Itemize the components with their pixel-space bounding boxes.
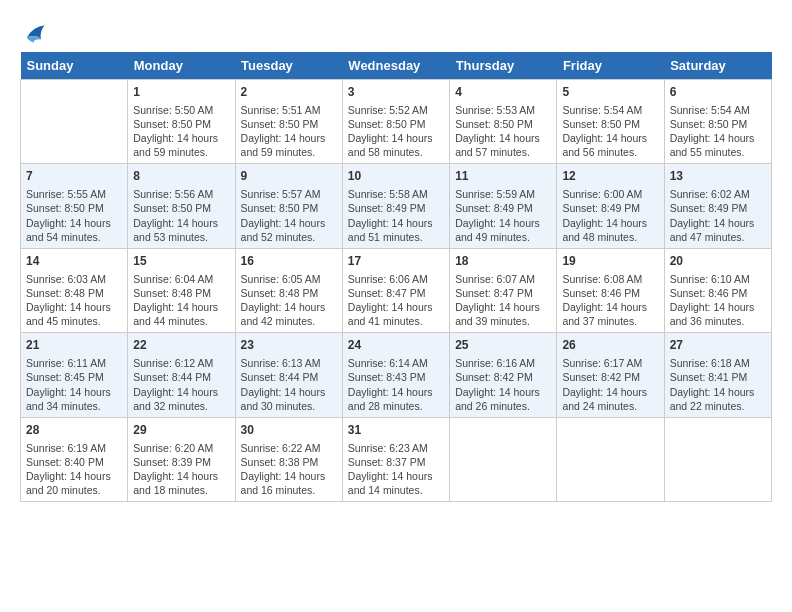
calendar-cell: 4Sunrise: 5:53 AM Sunset: 8:50 PM Daylig… <box>450 80 557 164</box>
day-info: Sunrise: 6:04 AM Sunset: 8:48 PM Dayligh… <box>133 272 229 329</box>
day-number: 3 <box>348 84 444 101</box>
calendar-cell: 13Sunrise: 6:02 AM Sunset: 8:49 PM Dayli… <box>664 164 771 248</box>
calendar-cell: 1Sunrise: 5:50 AM Sunset: 8:50 PM Daylig… <box>128 80 235 164</box>
day-number: 29 <box>133 422 229 439</box>
day-info: Sunrise: 6:18 AM Sunset: 8:41 PM Dayligh… <box>670 356 766 413</box>
day-number: 17 <box>348 253 444 270</box>
day-info: Sunrise: 5:57 AM Sunset: 8:50 PM Dayligh… <box>241 187 337 244</box>
calendar-table: SundayMondayTuesdayWednesdayThursdayFrid… <box>20 52 772 502</box>
column-header-thursday: Thursday <box>450 52 557 80</box>
calendar-cell: 18Sunrise: 6:07 AM Sunset: 8:47 PM Dayli… <box>450 248 557 332</box>
week-row-5: 28Sunrise: 6:19 AM Sunset: 8:40 PM Dayli… <box>21 417 772 501</box>
column-header-sunday: Sunday <box>21 52 128 80</box>
calendar-cell <box>557 417 664 501</box>
day-number: 27 <box>670 337 766 354</box>
day-info: Sunrise: 5:51 AM Sunset: 8:50 PM Dayligh… <box>241 103 337 160</box>
calendar-cell: 19Sunrise: 6:08 AM Sunset: 8:46 PM Dayli… <box>557 248 664 332</box>
day-number: 20 <box>670 253 766 270</box>
day-number: 15 <box>133 253 229 270</box>
day-info: Sunrise: 6:23 AM Sunset: 8:37 PM Dayligh… <box>348 441 444 498</box>
calendar-cell: 17Sunrise: 6:06 AM Sunset: 8:47 PM Dayli… <box>342 248 449 332</box>
day-number: 26 <box>562 337 658 354</box>
day-info: Sunrise: 6:13 AM Sunset: 8:44 PM Dayligh… <box>241 356 337 413</box>
logo-icon <box>20 20 48 48</box>
calendar-header-row: SundayMondayTuesdayWednesdayThursdayFrid… <box>21 52 772 80</box>
day-number: 13 <box>670 168 766 185</box>
calendar-cell: 7Sunrise: 5:55 AM Sunset: 8:50 PM Daylig… <box>21 164 128 248</box>
day-info: Sunrise: 5:52 AM Sunset: 8:50 PM Dayligh… <box>348 103 444 160</box>
logo <box>20 20 52 48</box>
week-row-2: 7Sunrise: 5:55 AM Sunset: 8:50 PM Daylig… <box>21 164 772 248</box>
calendar-cell: 31Sunrise: 6:23 AM Sunset: 8:37 PM Dayli… <box>342 417 449 501</box>
calendar-cell: 25Sunrise: 6:16 AM Sunset: 8:42 PM Dayli… <box>450 333 557 417</box>
day-info: Sunrise: 5:50 AM Sunset: 8:50 PM Dayligh… <box>133 103 229 160</box>
calendar-cell <box>664 417 771 501</box>
calendar-cell: 14Sunrise: 6:03 AM Sunset: 8:48 PM Dayli… <box>21 248 128 332</box>
day-number: 31 <box>348 422 444 439</box>
week-row-4: 21Sunrise: 6:11 AM Sunset: 8:45 PM Dayli… <box>21 333 772 417</box>
page-header <box>20 20 772 48</box>
day-number: 10 <box>348 168 444 185</box>
day-info: Sunrise: 5:56 AM Sunset: 8:50 PM Dayligh… <box>133 187 229 244</box>
day-info: Sunrise: 5:54 AM Sunset: 8:50 PM Dayligh… <box>670 103 766 160</box>
day-info: Sunrise: 6:06 AM Sunset: 8:47 PM Dayligh… <box>348 272 444 329</box>
day-number: 22 <box>133 337 229 354</box>
column-header-saturday: Saturday <box>664 52 771 80</box>
day-number: 12 <box>562 168 658 185</box>
day-info: Sunrise: 6:17 AM Sunset: 8:42 PM Dayligh… <box>562 356 658 413</box>
day-info: Sunrise: 6:22 AM Sunset: 8:38 PM Dayligh… <box>241 441 337 498</box>
calendar-cell: 24Sunrise: 6:14 AM Sunset: 8:43 PM Dayli… <box>342 333 449 417</box>
day-number: 24 <box>348 337 444 354</box>
day-info: Sunrise: 5:54 AM Sunset: 8:50 PM Dayligh… <box>562 103 658 160</box>
column-header-tuesday: Tuesday <box>235 52 342 80</box>
calendar-cell: 8Sunrise: 5:56 AM Sunset: 8:50 PM Daylig… <box>128 164 235 248</box>
day-info: Sunrise: 6:02 AM Sunset: 8:49 PM Dayligh… <box>670 187 766 244</box>
calendar-cell: 9Sunrise: 5:57 AM Sunset: 8:50 PM Daylig… <box>235 164 342 248</box>
day-info: Sunrise: 5:59 AM Sunset: 8:49 PM Dayligh… <box>455 187 551 244</box>
column-header-friday: Friday <box>557 52 664 80</box>
calendar-cell: 27Sunrise: 6:18 AM Sunset: 8:41 PM Dayli… <box>664 333 771 417</box>
day-info: Sunrise: 6:10 AM Sunset: 8:46 PM Dayligh… <box>670 272 766 329</box>
day-number: 8 <box>133 168 229 185</box>
day-info: Sunrise: 6:00 AM Sunset: 8:49 PM Dayligh… <box>562 187 658 244</box>
calendar-cell: 15Sunrise: 6:04 AM Sunset: 8:48 PM Dayli… <box>128 248 235 332</box>
calendar-cell: 5Sunrise: 5:54 AM Sunset: 8:50 PM Daylig… <box>557 80 664 164</box>
calendar-cell: 23Sunrise: 6:13 AM Sunset: 8:44 PM Dayli… <box>235 333 342 417</box>
day-number: 6 <box>670 84 766 101</box>
day-info: Sunrise: 6:16 AM Sunset: 8:42 PM Dayligh… <box>455 356 551 413</box>
calendar-cell: 20Sunrise: 6:10 AM Sunset: 8:46 PM Dayli… <box>664 248 771 332</box>
day-number: 30 <box>241 422 337 439</box>
calendar-cell: 16Sunrise: 6:05 AM Sunset: 8:48 PM Dayli… <box>235 248 342 332</box>
day-info: Sunrise: 5:55 AM Sunset: 8:50 PM Dayligh… <box>26 187 122 244</box>
day-info: Sunrise: 5:53 AM Sunset: 8:50 PM Dayligh… <box>455 103 551 160</box>
day-number: 2 <box>241 84 337 101</box>
day-number: 7 <box>26 168 122 185</box>
calendar-cell: 6Sunrise: 5:54 AM Sunset: 8:50 PM Daylig… <box>664 80 771 164</box>
day-info: Sunrise: 6:19 AM Sunset: 8:40 PM Dayligh… <box>26 441 122 498</box>
week-row-1: 1Sunrise: 5:50 AM Sunset: 8:50 PM Daylig… <box>21 80 772 164</box>
calendar-cell: 30Sunrise: 6:22 AM Sunset: 8:38 PM Dayli… <box>235 417 342 501</box>
day-number: 9 <box>241 168 337 185</box>
day-number: 25 <box>455 337 551 354</box>
day-info: Sunrise: 6:08 AM Sunset: 8:46 PM Dayligh… <box>562 272 658 329</box>
calendar-cell: 3Sunrise: 5:52 AM Sunset: 8:50 PM Daylig… <box>342 80 449 164</box>
day-info: Sunrise: 6:07 AM Sunset: 8:47 PM Dayligh… <box>455 272 551 329</box>
day-number: 1 <box>133 84 229 101</box>
day-number: 16 <box>241 253 337 270</box>
day-number: 23 <box>241 337 337 354</box>
day-number: 18 <box>455 253 551 270</box>
day-info: Sunrise: 5:58 AM Sunset: 8:49 PM Dayligh… <box>348 187 444 244</box>
day-info: Sunrise: 6:12 AM Sunset: 8:44 PM Dayligh… <box>133 356 229 413</box>
day-number: 11 <box>455 168 551 185</box>
day-number: 5 <box>562 84 658 101</box>
calendar-cell: 11Sunrise: 5:59 AM Sunset: 8:49 PM Dayli… <box>450 164 557 248</box>
week-row-3: 14Sunrise: 6:03 AM Sunset: 8:48 PM Dayli… <box>21 248 772 332</box>
day-number: 4 <box>455 84 551 101</box>
calendar-cell: 2Sunrise: 5:51 AM Sunset: 8:50 PM Daylig… <box>235 80 342 164</box>
day-info: Sunrise: 6:20 AM Sunset: 8:39 PM Dayligh… <box>133 441 229 498</box>
day-number: 28 <box>26 422 122 439</box>
calendar-cell: 12Sunrise: 6:00 AM Sunset: 8:49 PM Dayli… <box>557 164 664 248</box>
calendar-cell: 21Sunrise: 6:11 AM Sunset: 8:45 PM Dayli… <box>21 333 128 417</box>
column-header-wednesday: Wednesday <box>342 52 449 80</box>
calendar-cell: 10Sunrise: 5:58 AM Sunset: 8:49 PM Dayli… <box>342 164 449 248</box>
